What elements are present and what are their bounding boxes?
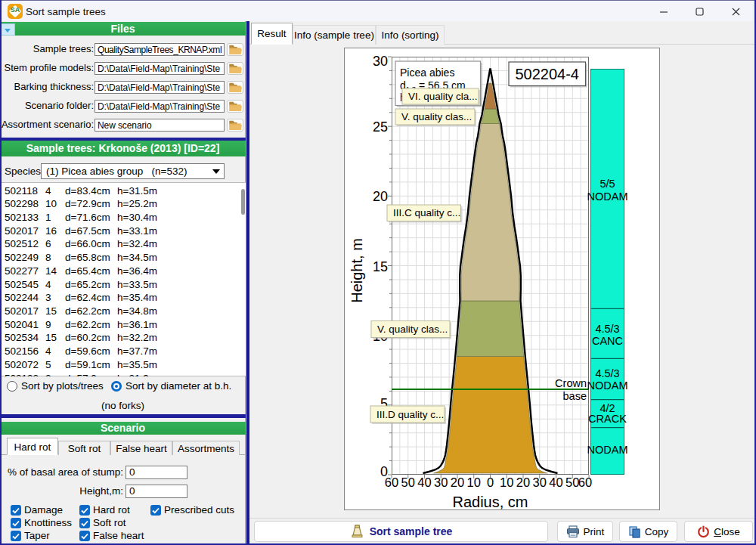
svg-text:Crown: Crown xyxy=(555,377,587,389)
svg-text:VI. quality cla...: VI. quality cla... xyxy=(408,91,478,102)
svg-text:Radius, cm: Radius, cm xyxy=(452,494,528,510)
svg-text:15: 15 xyxy=(373,259,388,274)
svg-text:30: 30 xyxy=(373,54,388,69)
svg-text:base: base xyxy=(563,390,587,402)
svg-text:NODAM: NODAM xyxy=(587,379,628,392)
svg-text:60: 60 xyxy=(578,475,592,489)
svg-text:NODAM: NODAM xyxy=(587,444,628,456)
svg-text:CANC: CANC xyxy=(592,335,623,347)
svg-text:Height, m: Height, m xyxy=(349,238,365,303)
svg-text:5/5: 5/5 xyxy=(600,178,615,190)
svg-text:0: 0 xyxy=(380,464,388,479)
svg-text:502204-4: 502204-4 xyxy=(515,66,579,82)
svg-text:V. quality clas...: V. quality clas... xyxy=(377,324,448,335)
svg-text:III.D quality c...: III.D quality c... xyxy=(376,409,444,420)
svg-text:V. quality clas...: V. quality clas... xyxy=(401,111,472,122)
svg-text:0: 0 xyxy=(487,475,494,489)
svg-text:10: 10 xyxy=(467,475,481,489)
svg-text:50: 50 xyxy=(401,475,415,489)
svg-text:4.5/3: 4.5/3 xyxy=(595,367,619,379)
svg-text:10: 10 xyxy=(500,475,513,489)
svg-text:25: 25 xyxy=(373,119,388,135)
svg-text:Picea abies: Picea abies xyxy=(400,67,454,79)
svg-text:4.5/3: 4.5/3 xyxy=(595,323,619,335)
svg-text:CRACK: CRACK xyxy=(588,413,627,425)
svg-text:NODAM: NODAM xyxy=(587,190,628,203)
svg-text:III.C quality c...: III.C quality c... xyxy=(393,207,460,218)
svg-text:20: 20 xyxy=(451,475,464,489)
svg-text:20: 20 xyxy=(373,189,388,204)
svg-text:50: 50 xyxy=(565,475,579,489)
svg-text:30: 30 xyxy=(533,475,547,489)
svg-text:20: 20 xyxy=(516,475,530,489)
svg-text:40: 40 xyxy=(549,475,562,489)
svg-text:40: 40 xyxy=(417,475,431,489)
svg-text:30: 30 xyxy=(434,475,448,489)
